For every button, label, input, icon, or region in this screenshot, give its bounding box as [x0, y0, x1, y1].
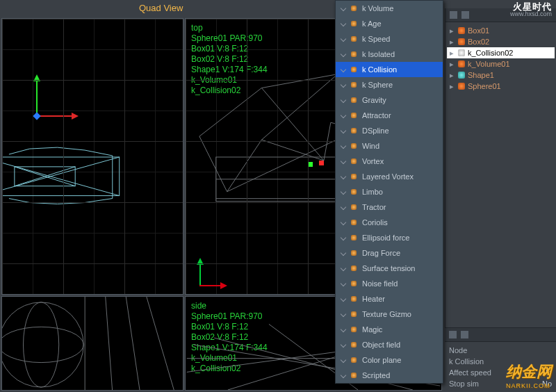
menu-item-label: Gravity: [362, 96, 386, 104]
menu-item-label: k Isolated: [362, 50, 395, 58]
quad-view-title: Quad View: [139, 3, 183, 13]
object-type-icon: [458, 60, 465, 67]
menu-item-ellipsoid-force[interactable]: Ellipsoid force: [336, 230, 443, 245]
menu-item-label: Layered Vortex: [362, 172, 414, 181]
panel-icon-a[interactable]: [450, 11, 457, 19]
menu-item-label: Limbo: [362, 188, 383, 196]
menu-item-noise-field[interactable]: Noise field: [336, 276, 443, 291]
force-icon: [351, 113, 357, 118]
menu-item-label: Surface tension: [362, 264, 415, 272]
menu-item-label: k Age: [362, 19, 382, 28]
menu-item-scripted[interactable]: Scripted: [336, 368, 443, 383]
force-type-menu[interactable]: k Volumek Agek Speedk Isolatedk Collisio…: [335, 0, 443, 384]
menu-item-tractor[interactable]: Tractor: [336, 199, 443, 215]
submenu-caret-icon: [341, 250, 346, 256]
field-stop-sim-value[interactable]: No: [542, 379, 552, 388]
submenu-caret-icon: [341, 128, 346, 133]
menu-item-label: Noise field: [362, 279, 398, 288]
outliner-item-k_collision02[interactable]: ▸k_Collision02: [447, 47, 555, 58]
menu-item-surface-tension[interactable]: Surface tension: [336, 261, 443, 276]
submenu-caret-icon: [341, 311, 346, 317]
menu-item-limbo[interactable]: Limbo: [336, 184, 443, 199]
selected-vertex-a-icon: [319, 161, 324, 165]
outliner-item-k_volume01[interactable]: ▸k_Volume01: [447, 58, 555, 70]
menu-item-label: Heater: [362, 295, 385, 303]
submenu-caret-icon: [341, 296, 346, 302]
node-panel-header: [445, 328, 556, 342]
menu-item-gravity[interactable]: Gravity: [336, 92, 443, 108]
submenu-caret-icon: [341, 357, 346, 363]
menu-item-k-isolated[interactable]: k Isolated: [336, 47, 443, 62]
menu-item-coriolis[interactable]: Coriolis: [336, 215, 443, 230]
force-icon: [351, 373, 357, 378]
force-icon: [351, 82, 357, 88]
force-icon: [351, 357, 357, 363]
outliner-tree[interactable]: ▸Box01▸Box02▸k_Collision02▸k_Volume01▸Sh…: [445, 22, 556, 95]
submenu-caret-icon: [341, 21, 346, 26]
node-name: k Collision: [449, 357, 484, 366]
brand-logo: 火星时代 www.hxsd.com: [510, 3, 552, 18]
force-icon: [351, 6, 357, 11]
svg-line-14: [126, 297, 140, 390]
menu-item-heater[interactable]: Heater: [336, 291, 443, 307]
menu-item-texture-gizmo[interactable]: Texture Gizmo: [336, 307, 443, 322]
svg-line-1: [2, 157, 120, 196]
menu-item-label: Vortex: [362, 157, 384, 165]
submenu-caret-icon: [341, 204, 346, 210]
outliner-item-shape1[interactable]: ▸Shape1: [447, 70, 555, 81]
field-affect-speed-value[interactable]: No: [542, 368, 552, 377]
submenu-caret-icon: [341, 82, 346, 88]
menu-item-dspline[interactable]: DSpline: [336, 123, 443, 138]
submenu-caret-icon: [341, 67, 346, 72]
menu-item-vortex[interactable]: Vortex: [336, 154, 443, 169]
svg-line-5: [15, 167, 75, 186]
menu-item-k-speed[interactable]: k Speed: [336, 31, 443, 47]
viewport-top-left[interactable]: [1, 18, 183, 295]
outliner-item-label: Box02: [468, 38, 489, 46]
force-icon: [351, 51, 357, 57]
menu-item-magic[interactable]: Magic: [336, 322, 443, 337]
force-icon: [351, 220, 357, 225]
node-panel-icon-b[interactable]: [461, 331, 468, 338]
force-icon: [351, 342, 357, 348]
menu-item-k-age[interactable]: k Age: [336, 16, 443, 31]
menu-item-k-sphere[interactable]: k Sphere: [336, 77, 443, 92]
svg-rect-6: [216, 157, 345, 202]
menu-item-k-volume[interactable]: k Volume: [336, 1, 443, 16]
node-panel-icon-a[interactable]: [449, 331, 457, 338]
wireframe-tl: [2, 19, 183, 294]
outliner-item-box02[interactable]: ▸Box02: [447, 36, 555, 47]
submenu-caret-icon: [341, 174, 346, 179]
object-type-icon: [458, 83, 465, 90]
force-icon: [351, 204, 357, 210]
force-icon: [351, 235, 357, 240]
panel-icon-b[interactable]: [461, 11, 469, 19]
force-icon: [351, 327, 357, 332]
menu-item-label: Tractor: [362, 203, 386, 211]
menu-item-drag-force[interactable]: Drag Force: [336, 245, 443, 261]
menu-item-layered-vortex[interactable]: Layered Vortex: [336, 169, 443, 184]
svg-point-10: [2, 327, 83, 362]
tree-caret-icon: ▸: [450, 71, 455, 80]
menu-item-label: k Sphere: [362, 81, 393, 89]
outliner-item-label: k_Collision02: [468, 49, 513, 57]
outliner-item-box01[interactable]: ▸Box01: [447, 25, 555, 36]
menu-item-attractor[interactable]: Attractor: [336, 108, 443, 123]
submenu-caret-icon: [341, 143, 346, 149]
force-icon: [351, 174, 357, 179]
menu-item-label: Color plane: [362, 356, 401, 364]
menu-item-label: k Collision: [362, 65, 397, 74]
submenu-caret-icon: [341, 342, 346, 348]
force-icon: [351, 281, 357, 286]
tree-caret-icon: ▸: [450, 60, 455, 69]
menu-item-object-field[interactable]: Object field: [336, 337, 443, 352]
svg-point-9: [2, 302, 83, 387]
menu-item-k-collision[interactable]: k Collision: [336, 62, 443, 77]
outliner-item-sphere01[interactable]: ▸Sphere01: [447, 81, 555, 92]
menu-item-wind[interactable]: Wind: [336, 138, 443, 154]
svg-rect-3: [15, 167, 75, 186]
viewport-bottom-left[interactable]: [1, 296, 183, 391]
object-type-icon: [458, 49, 465, 56]
menu-item-color-plane[interactable]: Color plane: [336, 352, 443, 368]
submenu-caret-icon: [341, 281, 346, 286]
